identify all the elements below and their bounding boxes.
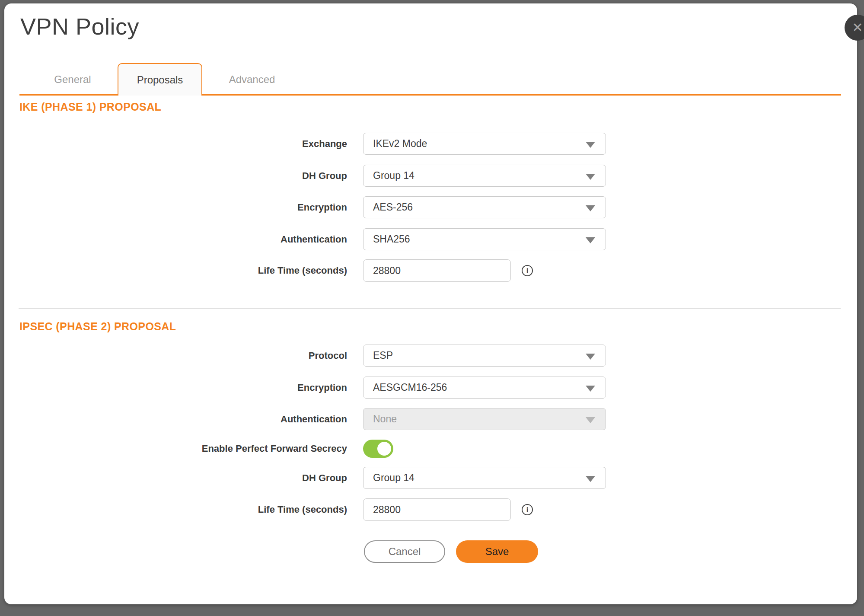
save-button-label: Save <box>485 546 509 558</box>
exchange-row: Exchange IKEv2 Mode <box>4 133 857 155</box>
authentication-row: Authentication SHA256 <box>4 228 857 250</box>
encryption-label: Encryption <box>4 196 347 218</box>
cancel-button-label: Cancel <box>389 546 421 558</box>
encryption2-select-value: AESGCM16-256 <box>373 382 447 393</box>
dh-group2-label: DH Group <box>4 467 347 489</box>
dh-group-label: DH Group <box>4 165 347 187</box>
authentication2-row: Authentication None <box>4 408 857 430</box>
authentication2-label: Authentication <box>4 408 347 430</box>
life-time2-row: Life Time (seconds) i <box>4 498 857 520</box>
tab-general-label: General <box>54 73 91 86</box>
section-heading-ike-phase1: IKE (PHASE 1) PROPOSAL <box>19 101 161 113</box>
chevron-down-icon <box>586 476 595 482</box>
cancel-button[interactable]: Cancel <box>364 540 445 563</box>
dh-group2-select-value: Group 14 <box>373 472 414 484</box>
pfs-toggle-knob <box>377 442 391 456</box>
section-divider <box>19 308 841 309</box>
life-time2-input[interactable] <box>363 498 511 521</box>
authentication-select[interactable]: SHA256 <box>363 228 606 250</box>
save-button[interactable]: Save <box>456 540 538 563</box>
life-time-row: Life Time (seconds) i <box>4 259 857 281</box>
info-icon[interactable]: i <box>522 265 533 276</box>
authentication-label: Authentication <box>4 228 347 250</box>
page-title: VPN Policy <box>20 13 139 40</box>
dh-group-select-value: Group 14 <box>373 170 414 182</box>
authentication-select-value: SHA256 <box>373 233 410 245</box>
exchange-label: Exchange <box>4 133 347 155</box>
tab-proposals[interactable]: Proposals <box>118 63 202 96</box>
life-time2-label: Life Time (seconds) <box>4 498 347 520</box>
encryption2-row: Encryption AESGCM16-256 <box>4 377 857 399</box>
exchange-select[interactable]: IKEv2 Mode <box>363 133 606 155</box>
dh-group-select[interactable]: Group 14 <box>363 165 606 187</box>
tab-general[interactable]: General <box>30 63 115 96</box>
protocol-label: Protocol <box>4 345 347 367</box>
encryption-select-value: AES-256 <box>373 201 413 213</box>
encryption-select[interactable]: AES-256 <box>363 196 606 218</box>
pfs-row: Enable Perfect Forward Secrecy <box>4 440 857 462</box>
life-time-input[interactable] <box>363 259 511 282</box>
chevron-down-icon <box>586 417 595 423</box>
dh-group-row: DH Group Group 14 <box>4 165 857 187</box>
info-icon[interactable]: i <box>522 504 533 515</box>
pfs-label: Enable Perfect Forward Secrecy <box>4 440 347 458</box>
section-heading-ipsec-phase2: IPSEC (PHASE 2) PROPOSAL <box>19 320 176 333</box>
life-time-label: Life Time (seconds) <box>4 259 347 281</box>
protocol-select-value: ESP <box>373 350 393 361</box>
protocol-row: Protocol ESP <box>4 345 857 367</box>
tab-advanced-label: Advanced <box>229 73 275 86</box>
authentication2-select-value: None <box>373 413 397 425</box>
chevron-down-icon <box>586 205 595 211</box>
dh-group2-select[interactable]: Group 14 <box>363 467 606 489</box>
encryption2-select[interactable]: AESGCM16-256 <box>363 377 606 399</box>
vpn-policy-dialog: VPN Policy General Proposals Advanced IK… <box>4 3 857 604</box>
chevron-down-icon <box>586 354 595 360</box>
chevron-down-icon <box>586 174 595 180</box>
protocol-select[interactable]: ESP <box>363 345 606 367</box>
encryption-row: Encryption AES-256 <box>4 196 857 218</box>
chevron-down-icon <box>586 386 595 392</box>
dh-group2-row: DH Group Group 14 <box>4 467 857 489</box>
tab-advanced[interactable]: Advanced <box>210 63 294 96</box>
exchange-select-value: IKEv2 Mode <box>373 138 427 150</box>
tab-proposals-label: Proposals <box>137 74 183 86</box>
chevron-down-icon <box>586 142 595 148</box>
pfs-toggle[interactable] <box>363 440 393 458</box>
authentication2-select-disabled: None <box>363 408 606 430</box>
chevron-down-icon <box>586 237 595 243</box>
encryption2-label: Encryption <box>4 377 347 399</box>
